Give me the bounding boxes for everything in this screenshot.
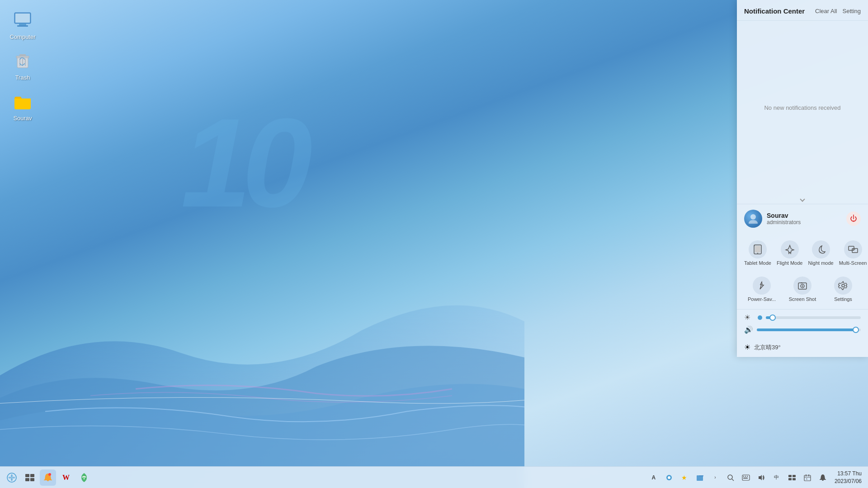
svg-rect-37 (747, 476, 748, 477)
settings-button[interactable]: Settings (824, 273, 863, 305)
os-watermark: 10 (181, 90, 303, 235)
setting-button[interactable]: Setting (843, 8, 861, 14)
screenshot-label: Screen Shot (789, 296, 816, 302)
taskbar-volume-icon[interactable] (755, 471, 768, 484)
flight-mode-button[interactable]: Flight Mode (775, 237, 804, 269)
desktop-icon-sourav[interactable]: Sourav (5, 90, 41, 122)
taskbar-taskview-icon[interactable] (786, 471, 798, 484)
svg-rect-39 (788, 475, 792, 477)
taskbar-left: W (0, 469, 92, 486)
multi-screen-label: Multi-Screen (839, 260, 867, 266)
volume-thumb[interactable] (853, 327, 859, 333)
taskbar-search-icon[interactable] (724, 471, 737, 484)
brightness-slider[interactable] (766, 316, 861, 319)
night-mode-label: Night mode (808, 260, 833, 266)
power-button[interactable]: ⏻ (846, 211, 861, 226)
taskbar-notification-icon[interactable] (816, 471, 829, 484)
svg-rect-24 (25, 474, 29, 477)
folder-icon (12, 90, 33, 112)
multi-screen-button[interactable]: Multi-Screen (837, 237, 868, 269)
settings-icon (834, 277, 852, 295)
weather-icon: ☀ (744, 343, 750, 352)
svg-point-20 (802, 286, 803, 287)
svg-rect-27 (30, 478, 34, 481)
sliders-section: ☀ 🔊 (737, 309, 868, 341)
desktop-wallpaper-waves (0, 195, 524, 488)
weather-text: 北京晴39° (754, 343, 781, 352)
svg-rect-43 (804, 475, 811, 481)
taskbar-assistant-icon[interactable]: A (647, 471, 660, 484)
svg-rect-25 (30, 474, 34, 477)
flight-mode-icon (781, 240, 799, 258)
trash-icon-label: Trash (14, 73, 32, 82)
desktop: 10 (0, 0, 868, 488)
quick-actions-row2: Power-Sav... Screen Shot (737, 273, 868, 309)
svg-point-32 (728, 475, 732, 479)
desktop-icon-trash[interactable]: Trash (5, 50, 41, 82)
power-save-label: Power-Sav... (748, 296, 776, 302)
taskbar: W A ★ (0, 466, 868, 488)
notification-title: Notification Center (744, 7, 805, 15)
multitask-button[interactable] (22, 469, 38, 486)
screenshot-button[interactable]: Screen Shot (783, 273, 822, 305)
volume-fill (757, 328, 856, 331)
tablet-mode-icon (749, 240, 767, 258)
avatar[interactable] (744, 210, 762, 228)
user-role: administrators (767, 219, 801, 225)
avatar-inner (744, 210, 762, 228)
svg-point-13 (757, 253, 758, 254)
svg-rect-12 (755, 246, 760, 253)
scroll-chevron-icon (800, 197, 805, 202)
svg-rect-1 (15, 14, 30, 23)
tablet-mode-label: Tablet Mode (744, 260, 771, 266)
desktop-icon-computer[interactable]: Computer (5, 9, 41, 41)
brightness-thumb[interactable] (769, 314, 776, 321)
svg-rect-21 (801, 282, 802, 283)
start-menu-button[interactable] (4, 469, 20, 486)
tablet-mode-button[interactable]: Tablet Mode (742, 237, 773, 269)
computer-icon (12, 9, 33, 31)
notification-empty-text: No new notifications received (764, 104, 840, 111)
taskbar-calendar-icon[interactable]: 6 (801, 471, 814, 484)
svg-rect-42 (793, 478, 796, 480)
notification-header: Notification Center Clear All Setting (737, 0, 868, 21)
svg-rect-3 (17, 25, 28, 27)
taskbar-keyboard-input-icon[interactable] (740, 471, 752, 484)
user-info: Sourav administrators (744, 210, 801, 228)
power-save-button[interactable]: Power-Sav... (742, 273, 781, 305)
user-name: Sourav (767, 212, 801, 219)
multi-screen-icon (844, 240, 862, 258)
svg-rect-41 (788, 478, 792, 480)
taskbar-files-icon[interactable] (693, 471, 706, 484)
clear-all-button[interactable]: Clear All (815, 8, 837, 14)
weather-row: ☀ 北京晴39° (737, 341, 868, 357)
power-save-icon (753, 277, 771, 295)
notification-toggle-button[interactable] (40, 469, 56, 486)
screenshot-icon (793, 277, 811, 295)
svg-rect-2 (19, 23, 26, 25)
wps-button[interactable]: W (58, 469, 74, 486)
volume-slider[interactable] (757, 328, 861, 331)
svg-rect-6 (19, 54, 26, 56)
brightness-icon: ☀ (744, 313, 753, 322)
svg-point-30 (668, 476, 670, 479)
volume-slider-icon: 🔊 (744, 325, 753, 334)
taskbar-clock[interactable]: 13:57 Thu 2023/07/06 (832, 469, 864, 486)
taskbar-indicator-icon[interactable] (663, 471, 675, 484)
quick-actions-row1: Tablet Mode Flight Mode Night mode (737, 233, 868, 273)
night-mode-button[interactable]: Night mode (806, 237, 835, 269)
taskbar-ime-icon[interactable]: 中 (770, 471, 783, 484)
svg-line-33 (732, 479, 734, 481)
taskbar-date: 2023/07/06 (835, 478, 862, 485)
notification-empty-area: No new notifications received (737, 21, 868, 195)
appstore-button[interactable] (76, 469, 92, 486)
svg-point-10 (750, 214, 756, 220)
svg-point-22 (842, 284, 844, 287)
svg-point-28 (48, 473, 51, 476)
taskbar-star-icon[interactable]: ★ (678, 471, 691, 484)
notification-panel: Notification Center Clear All Setting No… (737, 0, 868, 357)
taskbar-expand-icon[interactable]: › (709, 471, 722, 484)
svg-text:6: 6 (806, 478, 807, 480)
svg-rect-40 (793, 475, 796, 477)
svg-rect-35 (743, 476, 744, 477)
